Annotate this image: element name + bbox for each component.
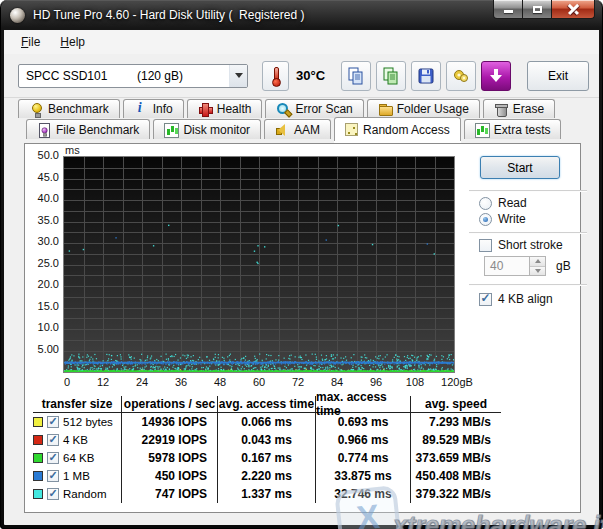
menu-file[interactable]: File <box>12 32 49 52</box>
exit-button[interactable]: Exit <box>527 61 589 91</box>
series-checkbox[interactable] <box>47 416 59 428</box>
write-option[interactable]: Write <box>479 212 526 226</box>
tab-info[interactable]: Info <box>123 99 184 118</box>
x-tick: 72 <box>292 376 304 388</box>
short-stroke-checkbox[interactable] <box>479 239 492 252</box>
read-radio[interactable] <box>479 197 492 210</box>
download-update-button[interactable] <box>481 61 511 91</box>
tab-label: Health <box>217 102 252 116</box>
start-button[interactable]: Start <box>480 156 560 179</box>
y-tick: 25.0 <box>25 257 59 269</box>
tab-folder-usage[interactable]: Folder Usage <box>367 99 480 118</box>
close-button[interactable] <box>551 0 595 19</box>
ops-cell: 747 IOPS <box>121 485 217 503</box>
series-label: 512 bytes <box>63 416 113 428</box>
tab-label: Disk monitor <box>183 123 250 137</box>
titlebar[interactable]: HD Tune Pro 4.60 - Hard Disk Utility ( R… <box>0 0 603 30</box>
drive-select[interactable]: SPCC SSD101 (120 gB) <box>18 64 248 88</box>
save-button[interactable] <box>411 61 441 91</box>
tab-label: Folder Usage <box>397 102 469 116</box>
ops-cell: 22919 IOPS <box>121 431 217 449</box>
tab-label: AAM <box>294 123 320 137</box>
tab-aam[interactable]: AAM <box>264 119 331 139</box>
col-header: operations / sec <box>121 396 217 413</box>
speaker-icon <box>275 123 289 137</box>
x-tick: 60 <box>253 376 265 388</box>
folder-icon <box>378 102 392 116</box>
down-arrow-icon <box>535 269 541 273</box>
menu-help[interactable]: Help <box>51 32 94 52</box>
thermometer-icon <box>272 67 280 85</box>
y-tick: 40.0 <box>25 192 59 204</box>
results-table: transfer size operations / sec avg. acce… <box>33 396 501 503</box>
copy-screenshot-button[interactable] <box>376 61 406 91</box>
spinner-up[interactable] <box>530 257 545 267</box>
tab-disk-monitor[interactable]: Disk monitor <box>153 119 261 139</box>
align-label: 4 KB align <box>498 292 553 306</box>
avg-cell: 2.220 ms <box>217 467 315 485</box>
disk-monitor-icon <box>164 123 178 137</box>
tab-file-benchmark[interactable]: File Benchmark <box>26 119 150 139</box>
y-tick: 45.0 <box>25 171 59 183</box>
temperature-button[interactable] <box>262 61 289 91</box>
tab-random-access[interactable]: Random Access <box>334 117 461 141</box>
y-tick: 15.0 <box>25 300 59 312</box>
capacity-input[interactable]: 40 <box>484 256 530 276</box>
series-toggle: 4 KB <box>33 431 121 449</box>
write-label: Write <box>498 212 526 226</box>
menu-bar: File Help <box>4 30 599 54</box>
minimize-button[interactable] <box>493 0 523 19</box>
drive-name: SPCC SSD101 <box>19 69 107 83</box>
minimize-icon <box>504 10 513 13</box>
col-header: max. access time <box>315 396 410 413</box>
y-tick: 20.0 <box>25 278 59 290</box>
info-icon <box>134 102 148 116</box>
series-color-swatch <box>33 471 43 481</box>
write-radio[interactable] <box>479 213 492 226</box>
random-access-icon <box>345 123 358 136</box>
tab-error-scan[interactable]: Error Scan <box>265 99 363 118</box>
maximize-button[interactable] <box>523 0 551 19</box>
col-header: avg. access time <box>217 396 315 413</box>
separator <box>469 284 587 286</box>
access-time-scatter-plot <box>63 156 455 373</box>
tab-label: Extra tests <box>494 123 551 137</box>
max-cell: 0.966 ms <box>315 431 410 449</box>
copy-screenshot-icon <box>381 66 401 86</box>
series-toggle: 512 bytes <box>33 413 121 431</box>
tab-health[interactable]: Health <box>187 99 263 118</box>
options-button[interactable] <box>446 61 476 91</box>
benchmark-icon <box>29 102 43 116</box>
align-option[interactable]: 4 KB align <box>479 292 553 306</box>
tab-extra-tests[interactable]: Extra tests <box>464 119 562 139</box>
tab-erase[interactable]: Erase <box>483 99 555 118</box>
speed-cell: 373.659 MB/s <box>410 449 501 467</box>
purple-bulb-icon <box>40 126 48 134</box>
toolbar: SPCC SSD101 (120 gB) 30°C Exit <box>4 54 599 98</box>
spinner-down[interactable] <box>530 267 545 276</box>
app-window: HD Tune Pro 4.60 - Hard Disk Utility ( R… <box>0 0 603 529</box>
tab-benchmark[interactable]: Benchmark <box>18 99 120 118</box>
x-tick: 24 <box>136 376 148 388</box>
tab-row-1: Benchmark Info Health Error Scan Folder … <box>18 98 599 118</box>
y-tick: 30.0 <box>25 235 59 247</box>
capacity-spinner[interactable] <box>530 256 546 276</box>
series-checkbox[interactable] <box>47 470 59 482</box>
tab-row-2: File Benchmark Disk monitor AAM Random A… <box>18 118 599 139</box>
read-option[interactable]: Read <box>479 196 527 210</box>
align-checkbox[interactable] <box>479 293 492 306</box>
max-cell: 0.693 ms <box>315 413 410 431</box>
combo-arrow[interactable] <box>229 65 247 87</box>
tab-label: Error Scan <box>295 102 352 116</box>
series-label: Random <box>63 488 106 500</box>
short-stroke-option[interactable]: Short stroke <box>479 238 563 252</box>
tab-label: Info <box>153 102 173 116</box>
trash-icon <box>494 102 508 116</box>
copy-button[interactable] <box>341 61 371 91</box>
extra-tests-icon <box>475 123 489 137</box>
series-checkbox[interactable] <box>47 488 59 500</box>
series-checkbox[interactable] <box>47 452 59 464</box>
max-cell: 33.875 ms <box>315 467 410 485</box>
series-checkbox[interactable] <box>47 434 59 446</box>
avg-cell: 0.167 ms <box>217 449 315 467</box>
